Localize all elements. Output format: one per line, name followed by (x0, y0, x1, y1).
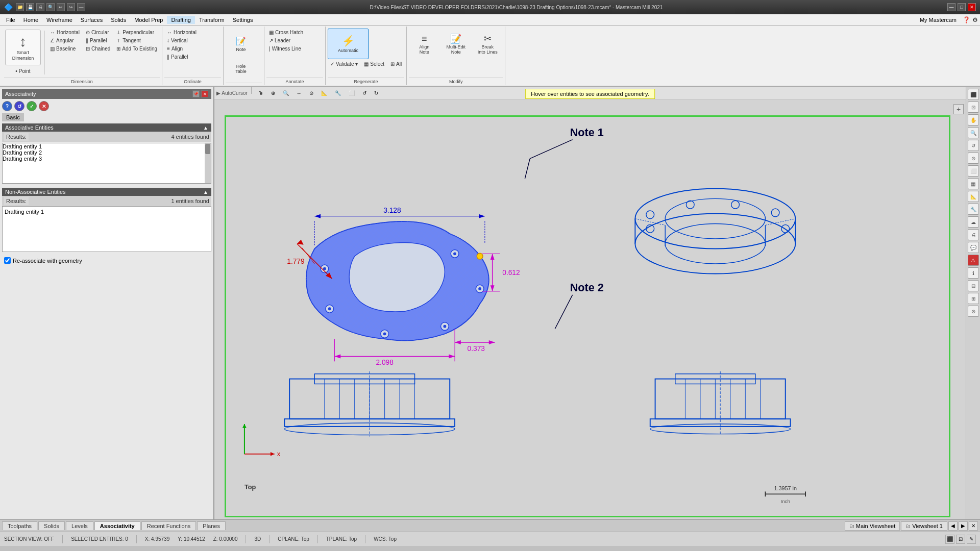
witness-line-button[interactable]: | Witness Line (266, 45, 306, 53)
menu-wireframe[interactable]: Wireframe (42, 16, 77, 24)
reassociate-label[interactable]: Re-associate with geometry (13, 258, 82, 264)
crosshatch-button[interactable]: ▦ Cross Hatch (266, 29, 306, 36)
menu-home[interactable]: Home (19, 16, 42, 24)
menu-mymastercam[interactable]: My Mastercam (916, 16, 961, 24)
more-icon[interactable]: — (77, 3, 85, 11)
tab-levels[interactable]: Levels (66, 521, 93, 530)
panel-close-icon[interactable]: ✕ (201, 90, 208, 97)
nav-right[interactable]: ▶ (959, 521, 968, 531)
tab-planes[interactable]: Planes (197, 521, 226, 530)
non-assoc-entity-1[interactable]: Drafting entity 1 (5, 209, 209, 215)
menu-surfaces[interactable]: Surfaces (77, 16, 107, 24)
ord-align-button[interactable]: ≡ Align (164, 45, 199, 53)
vp-tool-7[interactable]: 🔧 (332, 89, 344, 97)
chained-dim-button[interactable]: ⊟ Chained (83, 45, 113, 53)
rt-btn-12[interactable]: 🖨 (968, 229, 979, 240)
select-button[interactable]: ▦ Select (361, 60, 387, 68)
rt-btn-6[interactable]: ⊙ (968, 153, 979, 164)
vp-tool-10[interactable]: ↻ (371, 89, 381, 97)
confirm-button[interactable]: ✓ (27, 101, 37, 111)
nav-close[interactable]: ✕ (969, 521, 978, 531)
non-assoc-section-header[interactable]: Non-Associative Entities ▲ (2, 188, 211, 196)
tab-toolpaths[interactable]: Toolpaths (2, 521, 37, 530)
rt-btn-13[interactable]: 💬 (968, 242, 979, 253)
menu-transform[interactable]: Transform (195, 16, 229, 24)
associative-entity-list[interactable]: Drafting entity 1 Drafting entity 2 Draf… (3, 143, 205, 183)
rt-btn-2[interactable]: ⊡ (968, 102, 979, 113)
point-button[interactable]: • Point (13, 67, 33, 75)
viewport[interactable]: ▶ AutoCursor 🖱 ⊕ 🔍 ↔ ⊙ 📐 🔧 ⬜ ↺ ↻ Hover o… (214, 87, 966, 519)
save-icon[interactable]: 💾 (26, 3, 34, 11)
vp-tool-9[interactable]: ↺ (359, 89, 370, 97)
all-button[interactable]: ⊞ All (388, 60, 404, 68)
assoc-scrollbar[interactable] (205, 143, 211, 183)
rt-btn-8[interactable]: ▦ (968, 178, 979, 189)
menu-solids[interactable]: Solids (107, 16, 130, 24)
rt-btn-15[interactable]: ⊟ (968, 280, 979, 291)
angular-dim-button[interactable]: ∠ Angular (47, 37, 82, 44)
rt-btn-10[interactable]: 🔧 (968, 204, 979, 215)
tab-solids[interactable]: Solids (38, 521, 65, 530)
rt-btn-7[interactable]: ⬜ (968, 165, 979, 177)
search-icon[interactable]: 🔍 (46, 3, 55, 11)
close-button[interactable]: ✕ (968, 3, 976, 11)
status-icon-3[interactable]: ✎ (967, 535, 976, 544)
ord-horizontal-button[interactable]: ↔ Horizontal (164, 29, 199, 36)
align-note-button[interactable]: ≡ AlignNote (409, 29, 439, 59)
rt-btn-14[interactable]: ℹ (968, 267, 979, 279)
circular-dim-button[interactable]: ⊙ Circular (83, 29, 113, 36)
menu-help-icon[interactable]: ❓ (963, 16, 970, 23)
vp-tool-2[interactable]: ⊕ (268, 89, 278, 97)
assoc-entity-1[interactable]: Drafting entity 1 (3, 143, 205, 149)
cancel-button[interactable]: ✕ (39, 101, 49, 111)
menu-settings[interactable]: Settings (229, 16, 257, 24)
undo-icon[interactable]: ↩ (57, 3, 65, 11)
maximize-button[interactable]: □ (958, 3, 966, 11)
menu-settings-icon[interactable]: ⚙ (972, 16, 978, 23)
rt-btn-16[interactable]: ⊞ (968, 293, 979, 304)
assoc-scrollbar-thumb[interactable] (205, 144, 210, 154)
vp-tool-6[interactable]: 📐 (318, 89, 330, 97)
vp-tool-4[interactable]: ↔ (293, 89, 305, 97)
status-icon-2[interactable]: ⊡ (956, 535, 965, 544)
panel-pin-icon[interactable]: 📌 (192, 90, 200, 97)
tangent-dim-button[interactable]: ⊤ Tangent (114, 37, 160, 44)
rt-btn-11[interactable]: ☁ (968, 216, 979, 228)
ord-vertical-button[interactable]: ↕ Vertical (164, 37, 199, 44)
note-button[interactable]: 📝 Note (226, 29, 256, 59)
break-lines-button[interactable]: ✂ BreakInto Lines (472, 29, 503, 59)
hole-table-button[interactable]: HoleTable (226, 61, 256, 77)
assoc-entity-3[interactable]: Drafting entity 3 (3, 156, 205, 162)
add-existing-button[interactable]: ⊞ Add To Existing (114, 45, 160, 53)
vp-tool-5[interactable]: ⊙ (306, 89, 316, 97)
redo-icon[interactable]: ↪ (67, 3, 75, 11)
nav-left[interactable]: ◀ (948, 521, 958, 531)
status-icon-1[interactable]: ⬛ (945, 535, 954, 544)
tab-recent-functions[interactable]: Recent Functions (141, 521, 197, 530)
vp-tool-3[interactable]: 🔍 (280, 89, 292, 97)
assoc-entity-2[interactable]: Drafting entity 2 (3, 149, 205, 156)
menu-file[interactable]: File (2, 16, 19, 24)
viewsheet-1-tab[interactable]: 🗂 Viewsheet 1 (901, 521, 947, 531)
baseline-dim-button[interactable]: ▥ Baseline (47, 45, 82, 53)
rt-btn-error[interactable]: ⚠ (968, 255, 979, 266)
rt-btn-1[interactable]: ⬛ (968, 89, 979, 100)
rt-btn-5[interactable]: ↺ (968, 140, 979, 151)
validate-button[interactable]: ✓ Validate ▾ (328, 60, 360, 68)
rt-btn-9[interactable]: 📐 (968, 191, 979, 202)
multi-edit-button[interactable]: 📝 Multi-EditNote (440, 29, 471, 59)
rt-btn-4[interactable]: 🔍 (968, 127, 979, 138)
help-button[interactable]: ? (2, 101, 12, 111)
leader-button[interactable]: ↗ Leader (266, 37, 306, 44)
ord-parallel-button[interactable]: ∥ Parallel (164, 53, 199, 61)
rt-btn-3[interactable]: ✋ (968, 114, 979, 126)
menu-modelprep[interactable]: Model Prep (130, 16, 167, 24)
menu-drafting[interactable]: Drafting (167, 16, 195, 24)
tab-associativity[interactable]: Associativity (94, 521, 140, 530)
reset-button[interactable]: ↺ (14, 101, 24, 111)
open-icon[interactable]: 📁 (16, 3, 24, 11)
smart-dimension-button[interactable]: ↕ SmartDimension (5, 30, 41, 65)
reassociate-checkbox[interactable] (4, 257, 11, 264)
print-icon[interactable]: 🖨 (36, 3, 44, 11)
main-viewsheet-tab[interactable]: 🗂 Main Viewsheet (845, 521, 900, 531)
